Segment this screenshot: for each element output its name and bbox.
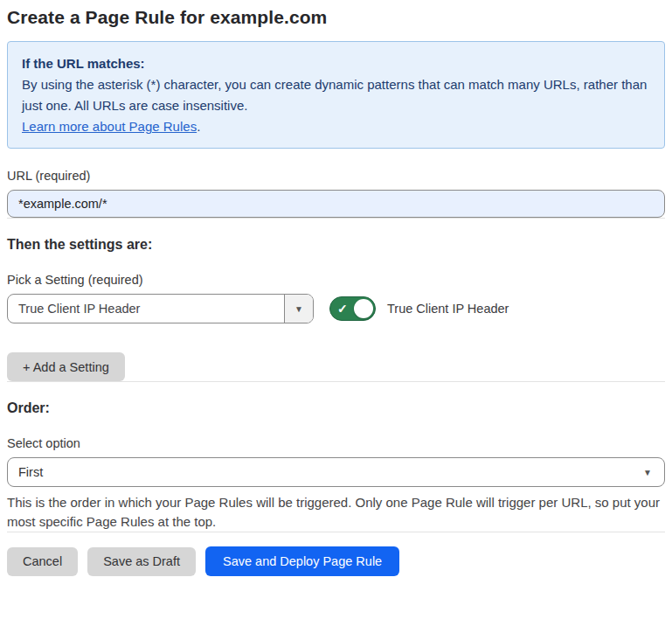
save-as-draft-button[interactable]: Save as Draft — [87, 547, 196, 576]
link-suffix: . — [197, 119, 200, 134]
cancel-button[interactable]: Cancel — [7, 547, 78, 576]
chevron-down-icon: ▼ — [643, 468, 652, 477]
settings-section-heading: Then the settings are: — [7, 237, 665, 253]
divider — [7, 381, 665, 382]
order-select-value: First — [18, 465, 43, 479]
setting-select-arrow-button[interactable]: ▼ — [284, 295, 313, 323]
learn-more-link[interactable]: Learn more about Page Rules — [22, 119, 197, 134]
toggle-label: True Client IP Header — [387, 302, 509, 316]
info-box-body: By using the asterisk (*) character, you… — [22, 74, 650, 116]
setting-select[interactable]: True Client IP Header ▼ — [7, 294, 314, 323]
page-rule-form: Create a Page Rule for example.com If th… — [0, 0, 672, 576]
divider — [7, 532, 665, 532]
order-select-label: Select option — [7, 436, 665, 450]
order-help-text: This is the order in which your Page Rul… — [7, 493, 665, 532]
toggle-knob — [354, 299, 373, 318]
chevron-down-icon: ▼ — [294, 304, 303, 314]
order-select[interactable]: First ▼ — [7, 457, 665, 487]
save-and-deploy-button[interactable]: Save and Deploy Page Rule — [205, 546, 399, 576]
add-setting-button[interactable]: + Add a Setting — [7, 352, 125, 381]
order-section-heading: Order: — [7, 400, 665, 416]
setting-row: True Client IP Header ▼ ✓ True Client IP… — [7, 294, 665, 323]
page-title: Create a Page Rule for example.com — [7, 7, 665, 28]
info-box-link-line: Learn more about Page Rules. — [22, 116, 650, 137]
url-match-info-box: If the URL matches: By using the asteris… — [7, 41, 665, 149]
setting-select-value: True Client IP Header — [8, 295, 284, 323]
check-icon: ✓ — [337, 303, 348, 315]
pick-setting-label: Pick a Setting (required) — [7, 273, 665, 287]
divider — [7, 218, 665, 219]
url-field-label: URL (required) — [7, 169, 665, 183]
footer-actions: Cancel Save as Draft Save and Deploy Pag… — [7, 546, 665, 576]
info-box-heading: If the URL matches: — [22, 53, 650, 74]
url-input[interactable] — [7, 190, 665, 218]
true-client-ip-toggle[interactable]: ✓ — [329, 296, 376, 321]
